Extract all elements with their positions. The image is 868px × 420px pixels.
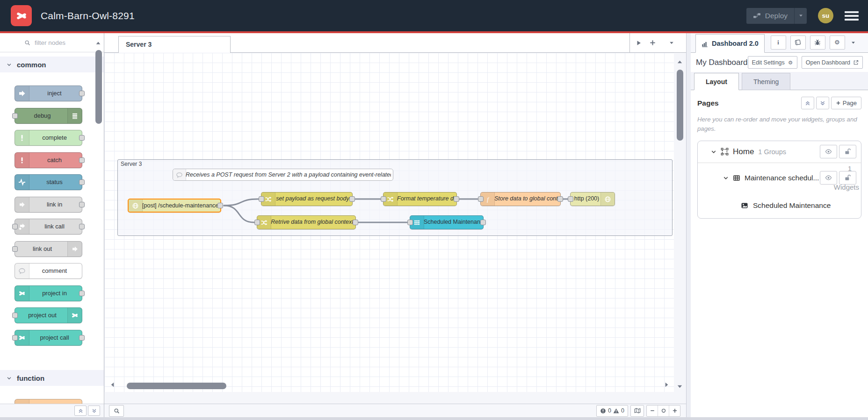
palette-collapse-all-button[interactable] (74, 406, 87, 416)
move-up-button[interactable] (801, 97, 814, 109)
deploy-button[interactable]: Deploy (746, 8, 807, 24)
navigator-button[interactable] (630, 405, 644, 417)
palette-scroll-up-icon[interactable] (95, 40, 101, 46)
tree-row-group[interactable]: 1 Widgets Maintenance schedul... (698, 163, 861, 193)
palette-node-comment[interactable]: comment (14, 263, 82, 279)
move-down-button[interactable] (816, 97, 829, 109)
deploy-options-button[interactable] (794, 8, 807, 24)
page-lock-button[interactable] (839, 145, 856, 158)
canvas-scroll-up-icon[interactable] (676, 58, 683, 65)
canvas-horizontal-scrollbar-thumb[interactable] (127, 383, 226, 389)
node-output-port[interactable] (79, 179, 85, 185)
node-input-port[interactable] (478, 196, 484, 202)
flow-tab-server3[interactable]: Server 3 (118, 36, 231, 53)
palette-node-project-in[interactable]: project in (14, 285, 82, 301)
tab-dashboard-2[interactable]: Dashboard 2.0 (695, 34, 765, 53)
node-output-port[interactable] (79, 157, 85, 163)
node-input-port[interactable] (12, 246, 18, 252)
node-output-port[interactable] (79, 91, 85, 96)
config-button[interactable]: ⚙ (830, 36, 845, 50)
flow-list-icon[interactable] (669, 40, 674, 46)
zoom-reset-button[interactable] (658, 406, 669, 416)
node-input-port[interactable] (568, 196, 573, 202)
help-button[interactable] (790, 36, 806, 50)
chevron-down-icon[interactable] (711, 149, 716, 155)
node-input-port[interactable] (254, 220, 260, 225)
chevron-down-icon[interactable] (723, 175, 729, 181)
flow-node-httpres[interactable]: http (200) (570, 192, 615, 206)
palette-category-common[interactable]: common (0, 57, 104, 72)
zoom-out-button[interactable] (647, 406, 658, 416)
node-output-port[interactable] (349, 196, 355, 202)
canvas-scroll-down-icon[interactable] (676, 383, 683, 390)
node-output-port[interactable] (454, 196, 459, 202)
user-avatar[interactable]: su (818, 8, 833, 23)
palette-node-catch[interactable]: catch (14, 152, 82, 168)
node-input-port[interactable] (12, 224, 18, 229)
palette-node-debug[interactable]: debug (14, 108, 82, 124)
palette-node-project-call[interactable]: project call (14, 330, 82, 346)
node-input-port[interactable] (259, 196, 264, 202)
node-output-port[interactable] (217, 203, 223, 208)
page-icon (721, 148, 729, 156)
flow-canvas[interactable]: Server 3 Receives a POST request from Se… (104, 53, 686, 404)
palette-node-link-out[interactable]: link out (14, 241, 82, 257)
canvas-horizontal-scroll-track[interactable] (104, 392, 674, 404)
flow-node-comment[interactable]: Receives a POST request from Server 2 wi… (173, 169, 393, 181)
node-output-port[interactable] (79, 224, 85, 229)
tab-layout[interactable]: Layout (694, 73, 739, 90)
node-output-port[interactable] (79, 202, 85, 207)
node-input-port[interactable] (12, 113, 18, 119)
canvas-scroll-right-icon[interactable] (663, 381, 670, 388)
node-input-port[interactable] (12, 335, 18, 341)
edit-settings-button[interactable]: Edit Settings ⚙ (748, 56, 797, 69)
flow-node-change3[interactable]: Retrive data from global context (257, 215, 356, 229)
palette-scrollbar-thumb[interactable] (95, 50, 102, 124)
node-output-port[interactable] (557, 196, 563, 202)
palette-node-link-call[interactable]: link call (14, 219, 82, 235)
flow-node-func1[interactable]: fStore data to global context (480, 192, 561, 206)
flow-node-httpin[interactable]: [post] /schedule-maintenance (128, 199, 221, 213)
info-button[interactable]: i (771, 36, 786, 50)
palette-node-inject[interactable]: inject (14, 85, 82, 101)
palette-node-complete[interactable]: complete (14, 130, 82, 146)
node-input-port[interactable] (12, 313, 18, 318)
page-visibility-button[interactable] (820, 145, 837, 158)
flow-node-change2[interactable]: Format temperature data. (383, 192, 457, 206)
node-output-port[interactable] (79, 135, 85, 141)
palette-filter-input[interactable] (34, 39, 92, 47)
node-output-port[interactable] (79, 291, 85, 296)
palette-node-project-out[interactable]: project out (14, 307, 82, 323)
notification-counts[interactable]: 0 0 (596, 405, 628, 417)
flow-node-change1[interactable]: set payload as request body (261, 192, 353, 206)
node-output-port[interactable] (353, 220, 358, 225)
node-input-port[interactable] (407, 220, 413, 225)
tab-theming[interactable]: Theming (742, 73, 790, 90)
add-flow-icon[interactable] (649, 39, 656, 46)
node-input-port[interactable] (381, 196, 386, 202)
node-output-port[interactable] (480, 220, 486, 225)
tree-row-widget[interactable]: Scheduled Maintenance (698, 193, 861, 218)
palette-expand-all-button[interactable] (88, 406, 100, 416)
group-lock-button[interactable] (839, 171, 856, 185)
tree-row-home-page[interactable]: Home 1 Groups (698, 141, 861, 163)
canvas-vertical-scrollbar-thumb[interactable] (677, 70, 683, 141)
canvas-search-button[interactable] (109, 405, 124, 417)
add-page-button[interactable]: Page (831, 97, 861, 109)
palette-node-label: debug (17, 108, 68, 123)
node-output-port[interactable] (79, 335, 85, 341)
flow-node-label: Retrive data from global context (271, 216, 354, 229)
plus-icon (836, 100, 841, 106)
group-visibility-button[interactable] (820, 171, 837, 185)
next-flow-icon[interactable] (636, 40, 642, 46)
debug-button[interactable] (810, 36, 825, 50)
canvas-scroll-left-icon[interactable] (109, 381, 116, 388)
zoom-in-button[interactable] (669, 406, 680, 416)
open-dashboard-button[interactable]: Open Dashboard (802, 56, 863, 69)
main-menu-button[interactable] (845, 11, 859, 21)
sidebar-menu-icon[interactable] (851, 40, 856, 45)
palette-category-function[interactable]: function (0, 370, 104, 386)
palette-node-link-in[interactable]: link in (14, 197, 82, 213)
palette-node-status[interactable]: status (14, 174, 82, 190)
flow-node-table1[interactable]: Scheduled Maintenance (410, 215, 484, 229)
